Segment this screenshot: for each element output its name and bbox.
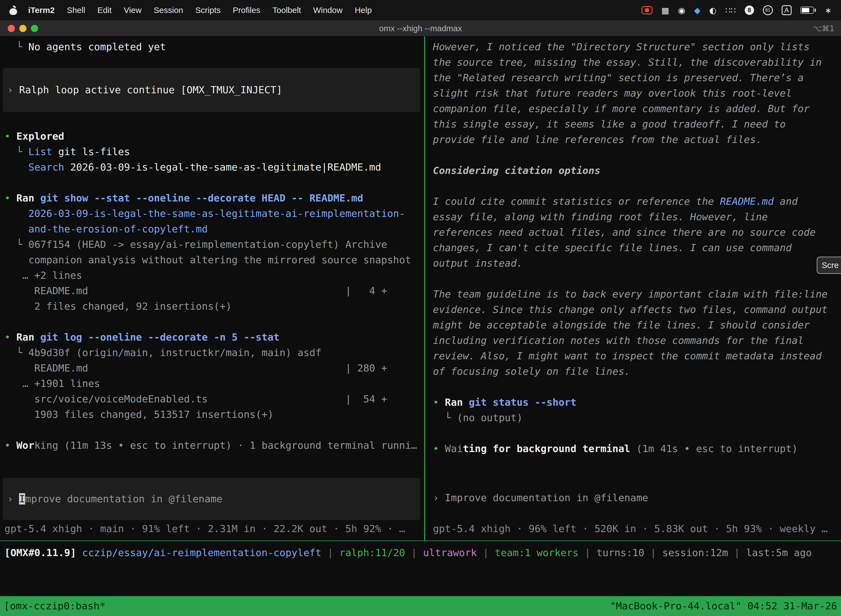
readme-link: README.md: [720, 196, 774, 207]
menu-item-toolbelt[interactable]: Toolbelt: [273, 6, 301, 15]
thinking-text: changes, I can't cite specific file line…: [433, 240, 841, 255]
droplet-icon[interactable]: ◆: [694, 6, 700, 15]
menu-extra-icon[interactable]: ∗: [825, 6, 832, 15]
thinking-text: the source tree, missing the essay. Stil…: [433, 55, 841, 70]
working-status-line: • Working (11m 13s • esc to interrupt) ·…: [4, 438, 424, 453]
window-hotkey-label: ⌥⌘1: [813, 24, 834, 33]
prompt-input-text: mprove documentation in @filename: [25, 493, 223, 505]
ran-git-show-line: • Ran git show --stat --oneline --decora…: [4, 191, 424, 206]
git-show-filename-2: and-the-erosion-of-copyleft.md: [4, 221, 424, 237]
prompt-icon: ›: [7, 84, 19, 95]
waiting-status-line: • Waiting for background terminal (1m 41…: [433, 441, 841, 456]
apple-menu-icon[interactable]: [9, 6, 17, 15]
explored-list-line: └ List git ls-files: [4, 144, 424, 160]
menu-item-view[interactable]: View: [124, 6, 142, 15]
terminal: └ No agents completed yet › Ralph loop a…: [0, 37, 841, 616]
ran-git-log-line: • Ran git log --oneline --decorate -n 5 …: [4, 330, 424, 345]
thinking-text: slight risk that future readers may over…: [433, 85, 841, 101]
screen-record-indicator-icon[interactable]: [642, 6, 652, 14]
git-log-stat-summary: 1903 files changed, 513517 insertions(+): [4, 407, 424, 422]
thinking-text: I could cite commit statistics or refere…: [433, 194, 841, 209]
menu-item-help[interactable]: Help: [355, 6, 372, 15]
thinking-text: references need actual files, and since …: [433, 224, 841, 240]
bullet-icon: •: [433, 397, 445, 408]
prompt-icon: ›: [7, 493, 19, 505]
session-status-right: gpt-5.4 xhigh · 96% left · 520K in · 5.8…: [433, 521, 828, 537]
key-icon[interactable]: 8: [745, 6, 754, 15]
omx-version: [OMX#0.11.9]: [4, 547, 82, 558]
thinking-text: including verification notes with those …: [433, 333, 841, 348]
half-circle-icon[interactable]: ◐: [709, 6, 716, 15]
git-show-more-lines: … +2 lines: [4, 268, 424, 283]
menu-item-shell[interactable]: Shell: [67, 6, 85, 15]
bullet-icon: •: [4, 331, 16, 343]
bullet-icon: •: [4, 192, 16, 204]
thinking-text: essay file, along with finding root file…: [433, 209, 841, 224]
list-keyword: List: [28, 146, 53, 157]
menu-item-window[interactable]: Window: [313, 6, 343, 15]
menu-item-profiles[interactable]: Profiles: [233, 6, 260, 15]
git-show-output-1: └ 067f154 (HEAD -> essay/ai-reimplementa…: [4, 237, 424, 252]
git-log-stat-voice: src/voice/voiceModeEnabled.ts | 54 +: [4, 392, 424, 407]
search-args: 2026-03-09-is-legal-the-same-as-legitima…: [64, 161, 381, 173]
thinking-text: companion file, especially if more comme…: [433, 101, 841, 116]
text-cursor: I: [19, 493, 25, 505]
indent: [4, 161, 28, 173]
screen-edge-tab[interactable]: Scre: [817, 257, 841, 274]
dots-grid-icon[interactable]: ∷∷: [725, 6, 736, 15]
search-keyword: Search: [28, 161, 64, 173]
menu-item-scripts[interactable]: Scripts: [195, 6, 221, 15]
left-terminal-pane[interactable]: └ No agents completed yet › Ralph loop a…: [0, 37, 424, 540]
menu-item-session[interactable]: Session: [154, 6, 183, 15]
menu-items: iTerm2 Shell Edit View Session Scripts P…: [28, 6, 372, 15]
bullet-icon: •: [433, 443, 445, 454]
menu-item-edit[interactable]: Edit: [97, 6, 112, 15]
git-log-output-1: └ 4b9d30f (origin/main, instructkr/main,…: [4, 345, 424, 361]
thinking-text: output instead.: [433, 255, 841, 271]
omx-mode: ultrawork: [423, 547, 477, 558]
omx-last-activity: last:5m ago: [746, 547, 812, 558]
git-log-more-lines: … +1901 lines: [4, 376, 424, 392]
menu-item-iterm2[interactable]: iTerm2: [28, 6, 55, 15]
git-show-stat-summary: 2 files changed, 92 insertions(+): [4, 299, 424, 314]
thinking-text: review. Also, I might want to inspect th…: [433, 348, 841, 364]
omx-session-time: session:12m: [662, 547, 728, 558]
prompt-input-right[interactable]: › Improve documentation in @filename: [433, 490, 648, 506]
elbow-icon: └: [4, 41, 28, 53]
thinking-text: of focusing solely on file lines.: [433, 364, 841, 379]
omx-ralph-counter: ralph:11/20: [339, 547, 405, 558]
menu-status-icons: ▦ ◉ ◆ ◐ ∷∷ 8 61 A ∗: [642, 5, 832, 15]
input-source-icon[interactable]: A: [782, 5, 792, 15]
prompt-icon: ›: [433, 492, 445, 503]
thinking-heading: Considering citation options: [433, 163, 841, 178]
explored-title: Explored: [16, 131, 64, 142]
battery-icon[interactable]: [800, 7, 816, 14]
list-args: git ls-files: [52, 146, 130, 157]
session-status-left: gpt-5.4 xhigh · main · 91% left · 2.31M …: [4, 521, 405, 537]
elbow-icon: └: [433, 412, 457, 423]
tmux-session-window: [omx-cczip0:bash*: [4, 598, 105, 614]
ran-label: Ran: [445, 397, 469, 408]
omx-worktree-path: cczip/essay/ai-reimplementation-copyleft: [82, 547, 321, 558]
menu-bar: iTerm2 Shell Edit View Session Scripts P…: [0, 0, 841, 21]
prompt-input[interactable]: › Improve documentation in @filename: [3, 478, 420, 520]
window-title-bar[interactable]: omx --xhigh --madmax ⌥⌘1: [0, 21, 841, 37]
ralph-loop-text: Ralph loop active continue [OMX_TMUX_INJ…: [19, 84, 282, 95]
right-terminal-pane[interactable]: However, I noticed the "Directory Struct…: [425, 37, 841, 540]
tmux-status-bar: [omx-cczip0:bash*"MacBook-Pro-44.local" …: [0, 596, 841, 616]
agents-note: └ No agents completed yet: [4, 39, 424, 55]
shield-icon[interactable]: ◉: [678, 6, 685, 15]
omx-status-bar: [OMX#0.11.9] cczip/essay/ai-reimplementa…: [0, 541, 841, 560]
omx-team: team:1 workers: [495, 547, 578, 558]
grid-icon[interactable]: ▦: [661, 6, 669, 15]
gauge-icon[interactable]: 61: [763, 5, 773, 15]
git-log-command: git log --oneline --decorate -n 5 --stat: [40, 331, 280, 343]
bullet-icon: •: [4, 131, 16, 142]
explored-search-line: Search 2026-03-09-is-legal-the-same-as-l…: [4, 160, 424, 175]
elbow-icon: └: [4, 347, 28, 358]
git-status-command: git status --short: [469, 397, 576, 408]
thinking-text: the "Related research writing" section i…: [433, 70, 841, 85]
git-show-command: git show --stat --oneline --decorate HEA…: [40, 192, 363, 204]
git-log-stat-readme: README.md | 280 +: [4, 361, 424, 376]
git-show-output-2: companion analysis without altering the …: [4, 252, 424, 268]
